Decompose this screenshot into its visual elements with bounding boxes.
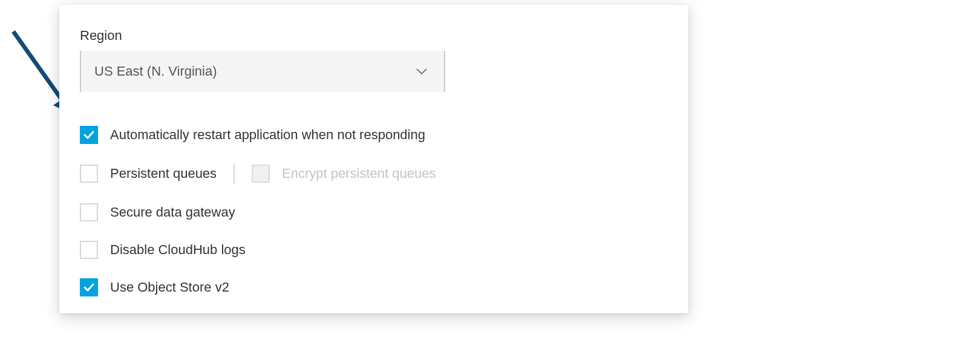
svg-line-0	[13, 31, 67, 106]
option-use-object-store-v2: Use Object Store v2	[80, 278, 668, 296]
separator	[234, 163, 235, 184]
label-persistent-queues: Persistent queues	[110, 166, 217, 181]
region-label: Region	[80, 28, 668, 44]
checkbox-auto-restart[interactable]	[80, 126, 98, 144]
option-secure-data-gateway: Secure data gateway	[80, 203, 668, 221]
checkbox-disable-cloudhub-logs[interactable]	[80, 241, 98, 259]
region-select[interactable]: US East (N. Virginia)	[80, 51, 445, 92]
checkbox-secure-data-gateway[interactable]	[80, 203, 98, 221]
check-icon	[83, 283, 94, 292]
options-list: Automatically restart application when n…	[80, 126, 668, 296]
label-disable-cloudhub-logs: Disable CloudHub logs	[110, 242, 246, 258]
settings-panel: Region US East (N. Virginia) Automatical…	[59, 5, 688, 313]
checkbox-persistent-queues[interactable]	[80, 165, 98, 183]
checkbox-encrypt-persistent-queues	[252, 165, 270, 183]
region-select-value: US East (N. Virginia)	[94, 64, 217, 79]
chevron-down-icon	[416, 68, 427, 75]
option-persistent-queues-row: Persistent queues Encrypt persistent que…	[80, 163, 668, 184]
option-auto-restart: Automatically restart application when n…	[80, 126, 668, 144]
checkbox-use-object-store-v2[interactable]	[80, 278, 98, 296]
label-use-object-store-v2: Use Object Store v2	[110, 280, 229, 295]
label-encrypt-persistent-queues: Encrypt persistent queues	[282, 166, 436, 181]
label-secure-data-gateway: Secure data gateway	[110, 204, 235, 220]
option-disable-cloudhub-logs: Disable CloudHub logs	[80, 241, 668, 259]
label-auto-restart: Automatically restart application when n…	[110, 127, 425, 143]
check-icon	[83, 131, 94, 139]
